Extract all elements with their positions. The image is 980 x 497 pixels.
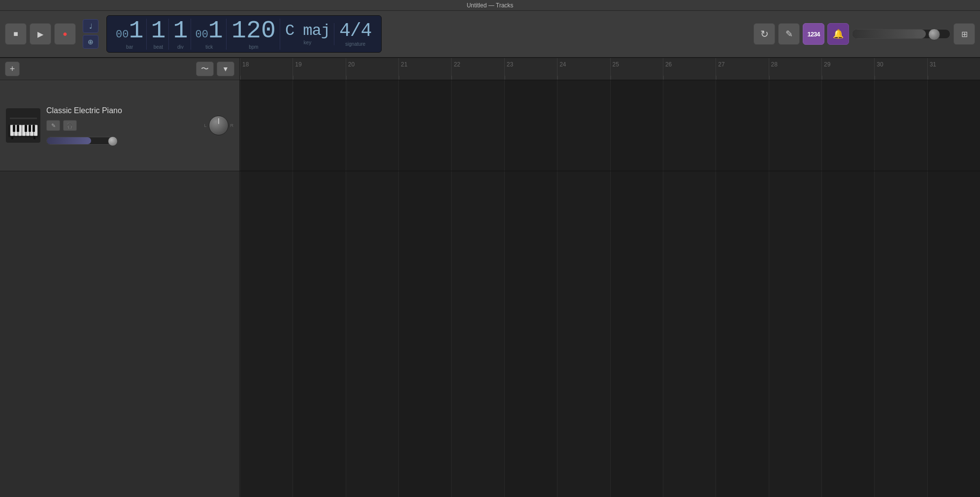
ruler-mark-24: 24: [557, 58, 610, 80]
ruler-numbers: 1819202122232425262728293031: [240, 58, 980, 80]
pan-l-label: L: [204, 124, 206, 128]
lcd-beat-label: beat: [154, 44, 163, 50]
timeline-ruler: 1819202122232425262728293031: [240, 58, 980, 80]
svg-rect-16: [10, 118, 37, 119]
svg-rect-15: [33, 125, 35, 132]
title-text: Untitled — Tracks: [467, 2, 514, 9]
loop-button[interactable]: ↻: [753, 23, 775, 45]
svg-rect-11: [13, 125, 15, 132]
ruler-mark-25: 25: [610, 58, 663, 80]
right-toolbar: ↻ ✎ 1234 🔔 ⊞: [753, 23, 975, 45]
grid-col-21: [398, 80, 451, 171]
ruler-mark-21: 21: [398, 58, 451, 80]
lcd-tick-section[interactable]: 00 1 tick: [192, 19, 226, 50]
pan-knob[interactable]: [209, 116, 229, 135]
lcd-bar-small: 00: [116, 29, 129, 41]
grid-col-24: [557, 80, 610, 171]
play-button[interactable]: ▶: [30, 23, 51, 45]
lcd-beat-section[interactable]: 1 beat: [148, 19, 169, 50]
empty-grid-col-19: [293, 171, 345, 497]
empty-grid-col-20: [346, 171, 398, 497]
lcd-signature-label: signature: [345, 41, 365, 47]
note-mode-button[interactable]: ♩: [83, 19, 98, 33]
master-volume-slider[interactable]: [852, 29, 950, 39]
lcd-signature-value: 4/4: [339, 22, 371, 40]
track-volume-knob[interactable]: [108, 136, 118, 146]
grid-col-22: [451, 80, 504, 171]
empty-grid-col-27: [716, 171, 768, 497]
ruler-mark-29: 29: [821, 58, 874, 80]
lcd-bpm-label: bpm: [249, 44, 258, 50]
svg-rect-14: [29, 125, 31, 132]
lcd-display: 00 1 bar 1 beat 1 div 00 1 tick 120 bpm: [106, 15, 382, 53]
lcd-bpm-section[interactable]: 120 bpm: [228, 19, 280, 50]
edit-pane-button[interactable]: ⊞: [953, 23, 975, 45]
stop-button[interactable]: ■: [5, 23, 27, 45]
lcd-tick-label: tick: [205, 44, 213, 50]
count-button[interactable]: 1234: [803, 23, 824, 45]
empty-grid-col-25: [610, 171, 663, 497]
lcd-bar-value: 1: [129, 19, 143, 43]
title-bar: Untitled — Tracks: [0, 0, 980, 11]
arrangement-grid[interactable]: [240, 80, 980, 497]
lcd-bar-section[interactable]: 00 1 bar: [113, 19, 147, 50]
grid-col-25: [610, 80, 663, 171]
lcd-div-value: 1: [173, 19, 188, 43]
svg-rect-12: [17, 125, 19, 132]
record-button[interactable]: ●: [54, 23, 76, 45]
empty-grid-col-28: [769, 171, 821, 497]
empty-grid-col-31: [927, 171, 980, 497]
lcd-tick-value: 1: [208, 19, 223, 43]
grid-col-23: [504, 80, 557, 171]
lcd-div-section[interactable]: 1 div: [170, 19, 191, 50]
grid-col-30: [874, 80, 927, 171]
filter-tool-button[interactable]: ▼: [217, 62, 234, 76]
ruler-mark-31: 31: [927, 58, 980, 80]
metronome-button[interactable]: 🔔: [827, 23, 849, 45]
empty-grid-col-26: [663, 171, 716, 497]
track-edit-button[interactable]: ✎: [46, 120, 60, 131]
arrangement-area: 1819202122232425262728293031: [240, 58, 980, 497]
pan-r-label: R: [230, 124, 234, 128]
lcd-beat-value: 1: [151, 19, 165, 43]
ruler-mark-20: 20: [346, 58, 398, 80]
ruler-mark-23: 23: [504, 58, 557, 80]
track-name: Classic Electric Piano: [46, 106, 198, 115]
curve-tool-button[interactable]: 〜: [196, 62, 214, 76]
lcd-div-label: div: [177, 44, 184, 50]
track-empty-area: [0, 171, 239, 497]
svg-rect-3: [33, 136, 35, 139]
grid-col-31: [927, 80, 980, 171]
track-volume-slider[interactable]: [46, 137, 115, 145]
empty-grid-col-22: [451, 171, 504, 497]
lcd-signature-section[interactable]: 4/4 signature: [335, 22, 375, 47]
grid-col-18: [240, 80, 293, 171]
lcd-key-value: C maj: [285, 23, 330, 39]
track-panel-header: + 〜 ▼: [0, 58, 239, 80]
master-volume-knob[interactable]: [928, 29, 940, 40]
lcd-mode-buttons: ♩ ⊕: [83, 19, 98, 49]
pan-control: L R: [204, 116, 233, 135]
lcd-bpm-value: 120: [231, 19, 276, 43]
piano-icon: [7, 112, 39, 139]
svg-rect-2: [11, 136, 13, 139]
track-panel: + 〜 ▼: [0, 58, 240, 497]
master-volume-fill: [852, 30, 926, 38]
svg-rect-13: [25, 125, 27, 132]
track-lanes: [240, 80, 980, 497]
track-buttons: ✎ 🎧: [46, 120, 198, 131]
loop-mode-button[interactable]: ⊕: [83, 35, 98, 49]
add-track-button[interactable]: +: [5, 62, 20, 76]
empty-grid-col-24: [557, 171, 610, 497]
ruler-mark-28: 28: [769, 58, 821, 80]
track-volume-area: [46, 137, 198, 145]
empty-grid-col-30: [874, 171, 927, 497]
lcd-key-section[interactable]: C maj key: [281, 23, 334, 45]
lcd-tick-small: 00: [195, 29, 208, 41]
grid-col-27: [716, 80, 768, 171]
grid-col-28: [769, 80, 821, 171]
track-headphones-button[interactable]: 🎧: [63, 120, 77, 131]
grid-col-19: [293, 80, 345, 171]
pencil-button[interactable]: ✎: [778, 23, 800, 45]
ruler-mark-26: 26: [663, 58, 716, 80]
